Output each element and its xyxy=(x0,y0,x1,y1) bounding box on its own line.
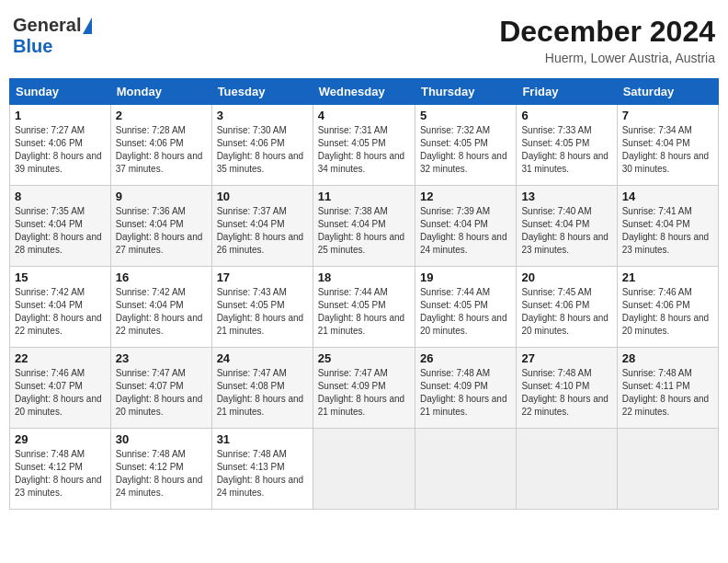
sunrise: Sunrise: 7:36 AM xyxy=(116,206,186,216)
sunset: Sunset: 4:04 PM xyxy=(622,219,690,229)
logo-triangle-icon xyxy=(83,17,92,34)
calendar-cell xyxy=(517,429,617,510)
sunrise: Sunrise: 7:48 AM xyxy=(217,449,287,459)
sunrise: Sunrise: 7:42 AM xyxy=(116,287,186,297)
calendar-cell: 30 Sunrise: 7:48 AM Sunset: 4:12 PM Dayl… xyxy=(110,429,211,510)
sunset: Sunset: 4:07 PM xyxy=(116,381,184,391)
sunset: Sunset: 4:05 PM xyxy=(318,300,386,310)
title-area: December 2024 Huerm, Lower Austria, Aust… xyxy=(499,15,715,65)
day-number: 2 xyxy=(116,109,207,122)
calendar-table: Sunday Monday Tuesday Wednesday Thursday… xyxy=(9,78,719,510)
day-number: 9 xyxy=(116,190,207,203)
sunrise: Sunrise: 7:34 AM xyxy=(622,125,692,135)
day-info: Sunrise: 7:45 AM Sunset: 4:06 PM Dayligh… xyxy=(521,286,611,338)
day-info: Sunrise: 7:33 AM Sunset: 4:05 PM Dayligh… xyxy=(521,124,611,176)
calendar-cell: 4 Sunrise: 7:31 AM Sunset: 4:05 PM Dayli… xyxy=(313,105,415,186)
day-info: Sunrise: 7:38 AM Sunset: 4:04 PM Dayligh… xyxy=(318,205,410,257)
sunset: Sunset: 4:04 PM xyxy=(420,219,488,229)
sunset: Sunset: 4:04 PM xyxy=(217,219,285,229)
day-info: Sunrise: 7:48 AM Sunset: 4:12 PM Dayligh… xyxy=(116,448,207,500)
daylight: Daylight: 8 hours and 20 minutes. xyxy=(116,394,203,417)
sunrise: Sunrise: 7:39 AM xyxy=(420,206,490,216)
day-info: Sunrise: 7:39 AM Sunset: 4:04 PM Dayligh… xyxy=(420,205,511,257)
calendar-cell: 2 Sunrise: 7:28 AM Sunset: 4:06 PM Dayli… xyxy=(110,105,211,186)
sunset: Sunset: 4:05 PM xyxy=(217,300,285,310)
daylight: Daylight: 8 hours and 35 minutes. xyxy=(217,151,304,174)
sunset: Sunset: 4:06 PM xyxy=(521,300,589,310)
calendar-cell: 16 Sunrise: 7:42 AM Sunset: 4:04 PM Dayl… xyxy=(110,267,211,348)
calendar-cell: 26 Sunrise: 7:48 AM Sunset: 4:09 PM Dayl… xyxy=(415,348,516,429)
sunset: Sunset: 4:10 PM xyxy=(521,381,589,391)
logo-general: General xyxy=(13,15,81,36)
daylight: Daylight: 8 hours and 30 minutes. xyxy=(622,151,710,174)
sunrise: Sunrise: 7:37 AM xyxy=(217,206,287,216)
day-info: Sunrise: 7:43 AM Sunset: 4:05 PM Dayligh… xyxy=(217,286,308,338)
sunrise: Sunrise: 7:47 AM xyxy=(116,368,186,378)
sunset: Sunset: 4:05 PM xyxy=(420,300,488,310)
sunrise: Sunrise: 7:47 AM xyxy=(318,368,388,378)
calendar-week-row-5: 29 Sunrise: 7:48 AM Sunset: 4:12 PM Dayl… xyxy=(10,429,719,510)
calendar-cell xyxy=(415,429,516,510)
sunset: Sunset: 4:09 PM xyxy=(420,381,488,391)
day-number: 24 xyxy=(217,351,308,365)
day-number: 17 xyxy=(217,270,308,284)
daylight: Daylight: 8 hours and 24 minutes. xyxy=(116,475,203,498)
calendar-cell: 23 Sunrise: 7:47 AM Sunset: 4:07 PM Dayl… xyxy=(110,348,211,429)
calendar-cell: 20 Sunrise: 7:45 AM Sunset: 4:06 PM Dayl… xyxy=(517,267,617,348)
sunset: Sunset: 4:04 PM xyxy=(622,138,690,148)
sunrise: Sunrise: 7:47 AM xyxy=(217,368,287,378)
sunrise: Sunrise: 7:31 AM xyxy=(318,125,388,135)
sunset: Sunset: 4:06 PM xyxy=(622,300,690,310)
day-info: Sunrise: 7:44 AM Sunset: 4:05 PM Dayligh… xyxy=(420,286,511,338)
sunrise: Sunrise: 7:30 AM xyxy=(217,125,287,135)
col-tuesday: Tuesday xyxy=(211,79,313,105)
sunset: Sunset: 4:06 PM xyxy=(217,138,285,148)
location-title: Huerm, Lower Austria, Austria xyxy=(499,51,715,65)
calendar-cell: 6 Sunrise: 7:33 AM Sunset: 4:05 PM Dayli… xyxy=(517,105,617,186)
daylight: Daylight: 8 hours and 21 minutes. xyxy=(318,394,405,417)
day-info: Sunrise: 7:44 AM Sunset: 4:05 PM Dayligh… xyxy=(318,286,410,338)
day-info: Sunrise: 7:27 AM Sunset: 4:06 PM Dayligh… xyxy=(15,124,106,176)
day-info: Sunrise: 7:47 AM Sunset: 4:09 PM Dayligh… xyxy=(318,367,410,419)
calendar-cell: 3 Sunrise: 7:30 AM Sunset: 4:06 PM Dayli… xyxy=(211,105,313,186)
day-info: Sunrise: 7:40 AM Sunset: 4:04 PM Dayligh… xyxy=(521,205,611,257)
day-number: 16 xyxy=(116,270,207,284)
daylight: Daylight: 8 hours and 23 minutes. xyxy=(15,475,102,498)
daylight: Daylight: 8 hours and 20 minutes. xyxy=(622,313,710,336)
day-info: Sunrise: 7:31 AM Sunset: 4:05 PM Dayligh… xyxy=(318,124,410,176)
day-info: Sunrise: 7:46 AM Sunset: 4:07 PM Dayligh… xyxy=(15,367,106,419)
calendar-cell: 12 Sunrise: 7:39 AM Sunset: 4:04 PM Dayl… xyxy=(415,186,516,267)
sunset: Sunset: 4:12 PM xyxy=(116,462,184,472)
day-number: 20 xyxy=(521,270,611,284)
daylight: Daylight: 8 hours and 22 minutes. xyxy=(116,313,203,336)
sunrise: Sunrise: 7:48 AM xyxy=(15,449,85,459)
sunrise: Sunrise: 7:27 AM xyxy=(15,125,85,135)
header: General Blue December 2024 Huerm, Lower … xyxy=(9,9,719,71)
daylight: Daylight: 8 hours and 21 minutes. xyxy=(318,313,405,336)
col-sunday: Sunday xyxy=(10,79,111,105)
day-info: Sunrise: 7:42 AM Sunset: 4:04 PM Dayligh… xyxy=(116,286,207,338)
day-info: Sunrise: 7:41 AM Sunset: 4:04 PM Dayligh… xyxy=(622,205,713,257)
sunrise: Sunrise: 7:44 AM xyxy=(420,287,490,297)
day-number: 10 xyxy=(217,190,308,203)
day-number: 13 xyxy=(521,190,611,203)
day-info: Sunrise: 7:28 AM Sunset: 4:06 PM Dayligh… xyxy=(116,124,207,176)
sunset: Sunset: 4:07 PM xyxy=(15,381,83,391)
sunset: Sunset: 4:08 PM xyxy=(217,381,285,391)
sunrise: Sunrise: 7:32 AM xyxy=(420,125,490,135)
col-monday: Monday xyxy=(110,79,211,105)
daylight: Daylight: 8 hours and 37 minutes. xyxy=(116,151,203,174)
col-friday: Friday xyxy=(517,79,617,105)
daylight: Daylight: 8 hours and 39 minutes. xyxy=(15,151,102,174)
day-number: 19 xyxy=(420,270,511,284)
day-number: 15 xyxy=(15,270,106,284)
day-number: 4 xyxy=(318,109,410,122)
calendar-week-row-4: 22 Sunrise: 7:46 AM Sunset: 4:07 PM Dayl… xyxy=(10,348,719,429)
daylight: Daylight: 8 hours and 21 minutes. xyxy=(420,394,507,417)
sunset: Sunset: 4:04 PM xyxy=(116,300,184,310)
day-info: Sunrise: 7:47 AM Sunset: 4:07 PM Dayligh… xyxy=(116,367,207,419)
col-saturday: Saturday xyxy=(617,79,718,105)
sunrise: Sunrise: 7:48 AM xyxy=(622,368,692,378)
calendar-cell: 22 Sunrise: 7:46 AM Sunset: 4:07 PM Dayl… xyxy=(10,348,111,429)
day-number: 5 xyxy=(420,109,511,122)
